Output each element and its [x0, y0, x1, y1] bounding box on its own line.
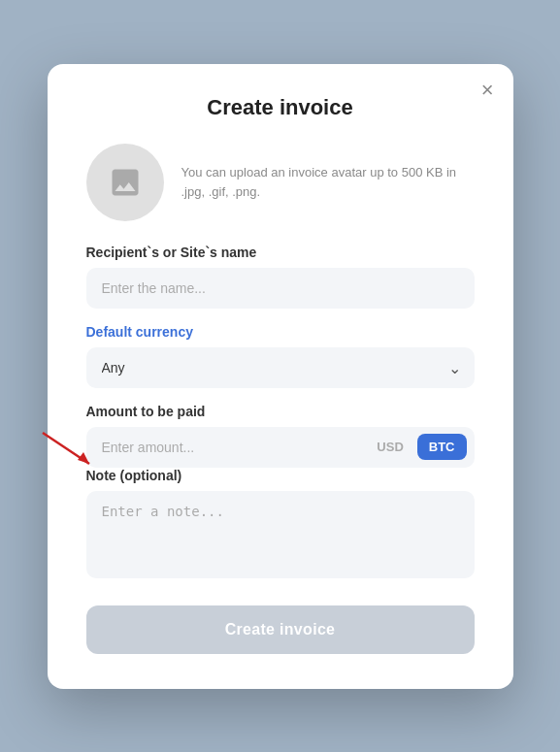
- currency-select[interactable]: Any: [86, 347, 475, 388]
- amount-label: Amount to be paid: [86, 404, 475, 419]
- recipient-input[interactable]: [86, 268, 475, 309]
- modal-title: Create invoice: [86, 95, 475, 120]
- amount-section: Amount to be paid USD BTC: [86, 404, 475, 468]
- note-textarea[interactable]: [86, 491, 475, 578]
- create-invoice-button[interactable]: Create invoice: [86, 605, 475, 654]
- recipient-label: Recipient`s or Site`s name: [86, 245, 475, 260]
- close-button[interactable]: ×: [481, 80, 494, 101]
- btc-button[interactable]: BTC: [417, 434, 467, 460]
- avatar-section: You can upload an invoice avatar up to 5…: [86, 144, 475, 221]
- avatar-placeholder[interactable]: [86, 144, 164, 221]
- avatar-hint: You can upload an invoice avatar up to 5…: [181, 163, 475, 201]
- image-icon: [108, 165, 143, 200]
- note-label: Note (optional): [86, 468, 475, 483]
- usd-button[interactable]: USD: [365, 434, 414, 460]
- currency-toggle: USD BTC: [365, 434, 466, 460]
- currency-select-wrapper: Any ⌄: [86, 347, 475, 388]
- amount-input-wrapper: USD BTC: [86, 427, 475, 468]
- create-invoice-modal: × Create invoice You can upload an invoi…: [48, 64, 513, 689]
- svg-line-0: [43, 433, 89, 464]
- currency-label-link[interactable]: Default currency: [86, 324, 475, 340]
